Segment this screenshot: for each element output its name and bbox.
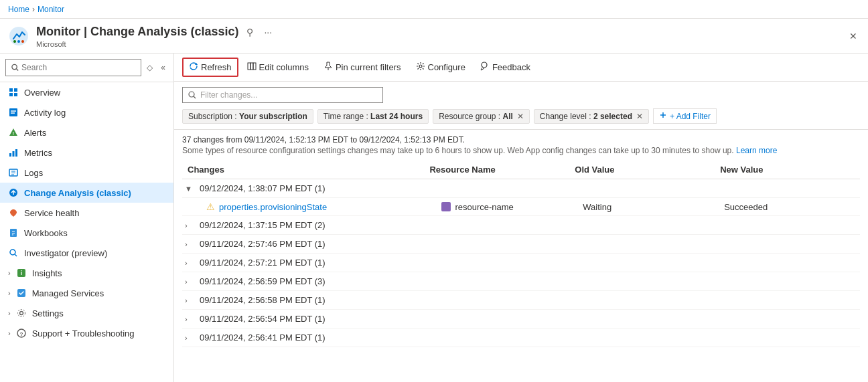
filter-chip-subscription[interactable]: Subscription : Your subscription	[182, 109, 313, 124]
sidebar-item-change-analysis[interactable]: Change Analysis (classic)	[0, 183, 173, 203]
filter-chip-resource-group[interactable]: Resource group : All ✕	[433, 109, 530, 124]
feedback-button[interactable]: Feedback	[474, 58, 536, 76]
sidebar-item-insights[interactable]: › i Insights	[0, 263, 173, 283]
configure-icon	[416, 62, 425, 73]
learn-more-link[interactable]: Learn more	[736, 146, 777, 155]
svg-rect-9	[14, 93, 17, 96]
changes-info-secondary: Some types of resource configuration set…	[182, 146, 860, 155]
sidebar-item-managed-services[interactable]: › Managed Services	[0, 283, 173, 303]
search-icon	[11, 64, 19, 72]
sidebar-item-activity-log[interactable]: Activity log	[0, 102, 173, 122]
cell-change-name: ⚠ properties.provisioningState	[201, 201, 436, 212]
health-icon	[8, 207, 19, 218]
remove-change-level-filter[interactable]: ✕	[636, 112, 643, 121]
pin-button[interactable]: ⚲	[244, 24, 256, 40]
pin-filters-button[interactable]: Pin current filters	[317, 58, 407, 76]
monitor-icon	[8, 25, 29, 47]
svg-point-43	[189, 92, 194, 97]
main-layout: ◇ « Overview	[0, 54, 868, 382]
filter-search-icon	[188, 91, 196, 99]
table-row-header-5[interactable]: › 09/11/2024, 2:56:59 PM EDT (3)	[182, 272, 860, 291]
remove-resource-group-filter[interactable]: ✕	[517, 112, 524, 121]
page-title: Monitor | Change Analysis (classic)	[36, 25, 238, 39]
breadcrumb-monitor[interactable]: Monitor	[38, 5, 64, 14]
sidebar-item-managed-services-label: Managed Services	[32, 288, 104, 298]
more-button[interactable]: ···	[261, 24, 275, 40]
edit-columns-button[interactable]: Edit columns	[241, 58, 315, 76]
sidebar-item-investigator[interactable]: Investigator (preview)	[0, 243, 173, 263]
svg-point-42	[482, 62, 487, 68]
sidebar-minimize-button[interactable]: «	[158, 62, 168, 74]
managed-icon	[16, 288, 27, 298]
sidebar-item-overview[interactable]: Overview	[0, 82, 173, 102]
sidebar-item-logs-label: Logs	[24, 168, 43, 178]
svg-point-4	[12, 64, 17, 69]
close-button[interactable]: ✕	[847, 28, 860, 44]
expand-icon-2: ›	[185, 221, 196, 229]
edit-columns-label: Edit columns	[259, 62, 309, 72]
pin-filters-icon	[323, 62, 333, 73]
add-filter-button[interactable]: + Add Filter	[653, 108, 717, 124]
sidebar-item-metrics-label: Metrics	[24, 148, 52, 158]
svg-rect-6	[9, 88, 13, 92]
sidebar-item-workbooks[interactable]: Workbooks	[0, 223, 173, 243]
row-4-date: 09/11/2024, 2:57:21 PM EDT (1)	[200, 258, 326, 268]
sidebar-item-overview-label: Overview	[24, 88, 60, 98]
svg-rect-10	[9, 108, 17, 116]
svg-point-1	[13, 40, 16, 43]
sidebar-item-metrics[interactable]: Metrics	[0, 142, 173, 163]
svg-point-32	[19, 312, 23, 315]
sidebar-item-settings[interactable]: › Settings	[0, 303, 173, 323]
chevron-right-icon: ›	[8, 269, 11, 277]
sidebar-item-alerts[interactable]: ! Alerts	[0, 122, 173, 142]
expand-icon-1: ▼	[185, 185, 196, 193]
filter-input-container[interactable]: Filter changes...	[182, 87, 383, 103]
table-row-header-7[interactable]: › 09/11/2024, 2:56:54 PM EDT (1)	[182, 310, 860, 328]
add-filter-label: + Add Filter	[670, 112, 711, 121]
row-3-date: 09/11/2024, 2:57:46 PM EDT (1)	[200, 239, 326, 249]
content-area: Refresh Edit columns	[174, 54, 868, 382]
table-row-header-1[interactable]: ▼ 09/12/2024, 1:38:07 PM EDT (1)	[182, 179, 860, 198]
edit-columns-icon	[247, 62, 257, 73]
sidebar-collapse-button[interactable]: ◇	[144, 62, 155, 74]
svg-rect-8	[9, 93, 13, 96]
pin-filters-label: Pin current filters	[336, 62, 401, 72]
table-row-header-6[interactable]: › 09/11/2024, 2:56:58 PM EDT (1)	[182, 291, 860, 310]
resource-name-text: resource-name	[455, 202, 513, 212]
filter-chips: Subscription : Your subscription Time ra…	[182, 108, 860, 124]
sidebar-item-logs[interactable]: Logs	[0, 163, 173, 183]
change-icon	[8, 187, 19, 198]
filter-chip-time-range[interactable]: Time range : Last 24 hours	[317, 109, 429, 124]
svg-line-44	[194, 96, 196, 98]
breadcrumb: Home › Monitor	[0, 0, 868, 19]
table-row-header-8[interactable]: › 09/11/2024, 2:56:41 PM EDT (1)	[182, 328, 860, 347]
configure-button[interactable]: Configure	[410, 58, 472, 76]
filter-chip-change-level[interactable]: Change level : 2 selected ✕	[534, 109, 649, 124]
search-input[interactable]	[21, 63, 135, 72]
investigator-icon	[8, 248, 19, 258]
chevron-right-icon-managed: ›	[8, 289, 11, 297]
sidebar-item-support-troubleshooting[interactable]: › ? Support + Troubleshooting	[0, 323, 173, 343]
sidebar-item-activity-log-label: Activity log	[24, 108, 66, 118]
sidebar-item-service-health[interactable]: Service health	[0, 203, 173, 223]
table-row-header-2[interactable]: › 09/12/2024, 1:37:15 PM EDT (2)	[182, 216, 860, 235]
search-input-container	[5, 59, 141, 76]
sidebar-item-settings-label: Settings	[32, 308, 64, 318]
expand-icon-4: ›	[185, 259, 196, 267]
table-row-header-4[interactable]: › 09/11/2024, 2:57:21 PM EDT (1)	[182, 254, 860, 272]
cell-new-value: Succeeded	[719, 201, 860, 212]
svg-line-28	[15, 254, 17, 256]
expand-icon-8: ›	[185, 334, 196, 342]
table-row-header-3[interactable]: › 09/11/2024, 2:57:46 PM EDT (1)	[182, 235, 860, 254]
refresh-button[interactable]: Refresh	[182, 58, 238, 77]
col-new-value: New Value	[715, 165, 860, 175]
page-header: Monitor | Change Analysis (classic) ⚲ ··…	[0, 19, 868, 54]
breadcrumb-home[interactable]: Home	[8, 5, 29, 14]
change-property-link[interactable]: properties.provisioningState	[219, 202, 327, 212]
changes-info-text: 37 changes from 09/11/2024, 1:52:13 PM E…	[182, 135, 860, 145]
sidebar: ◇ « Overview	[0, 54, 174, 382]
row-2-date: 09/12/2024, 1:37:15 PM EDT (2)	[200, 220, 326, 230]
feedback-label: Feedback	[492, 62, 530, 72]
workbooks-icon	[8, 227, 19, 238]
expand-icon-5: ›	[185, 278, 196, 286]
